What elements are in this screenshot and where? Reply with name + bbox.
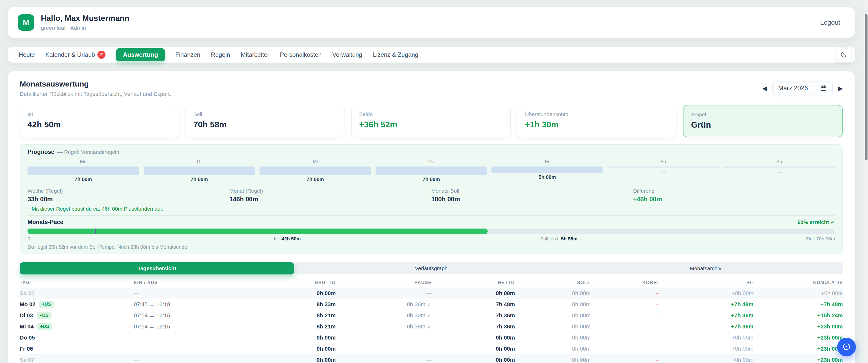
summary-label: Differenz bbox=[633, 188, 835, 194]
cell-soll: 0h 00m bbox=[515, 301, 591, 308]
nav-tab-label: Personalkosten bbox=[280, 51, 321, 58]
nav-tab[interactable]: Heute bbox=[19, 51, 35, 58]
view-tab[interactable]: Monatsarchiv bbox=[568, 262, 843, 274]
month-value: März 2026 bbox=[778, 85, 808, 92]
chat-button[interactable] bbox=[837, 338, 856, 357]
table-row[interactable]: Mo 02 +ÜS 07:45 → 16:18 8h 33m 0h 36m ✓ … bbox=[20, 299, 843, 310]
cell-brutto: 0h 00m bbox=[260, 334, 336, 341]
cell-netto: 0h 00m bbox=[432, 334, 515, 341]
page-title: Monatsauswertung bbox=[20, 80, 171, 88]
cell-einaus: 07:54 → 16:15 bbox=[134, 312, 260, 319]
prognose-rule: — Regel: Vorstandsregeln bbox=[57, 149, 119, 155]
forecast-day-bar bbox=[28, 166, 139, 175]
cell-einaus: — bbox=[134, 334, 260, 341]
forecast-day-value: 5h 00m bbox=[491, 174, 603, 180]
forecast-day-value: 7h 00m bbox=[144, 176, 255, 183]
table-row[interactable]: Fr 06 — 0h 00m — 0h 00m 0h 00m – +0h 00m… bbox=[20, 343, 843, 354]
forecast-day-column: So — bbox=[723, 159, 835, 175]
nav-tab[interactable]: Verwaltung bbox=[332, 51, 362, 58]
nav-tab[interactable]: Kalender & Urlaub 2 bbox=[45, 51, 105, 59]
logout-button[interactable]: Logout bbox=[820, 19, 840, 27]
cell-kumulativ: +7h 48m bbox=[753, 301, 843, 308]
cell-korr: – bbox=[591, 301, 659, 308]
nav-tab[interactable]: Mitarbeiter bbox=[241, 51, 269, 58]
forecast-day-bar bbox=[259, 166, 371, 175]
nav-tab[interactable]: Auswertung bbox=[116, 48, 165, 61]
prognose-title: Prognose bbox=[28, 148, 54, 155]
nav-tab[interactable]: Lizenz & Zugang bbox=[373, 51, 418, 58]
stat-value: +1h 30m bbox=[525, 120, 669, 129]
day-label: Do 05 bbox=[20, 334, 35, 341]
cell-pause: — bbox=[336, 290, 432, 297]
cell-pause: 0h 38m ✓ bbox=[336, 323, 432, 330]
nav-tab-label: Auswertung bbox=[123, 51, 158, 58]
pace-note: Du liegst 36h 52m vor dem Soll-Tempo. No… bbox=[28, 244, 835, 250]
forecast-day-column: Di 7h 00m bbox=[144, 159, 255, 183]
column-header: SOLL bbox=[515, 280, 591, 285]
forecast-day-bar bbox=[723, 166, 835, 168]
cell-brutto: 8h 33m bbox=[260, 301, 336, 308]
cell-plusminus: +7h 36m bbox=[659, 312, 753, 319]
forecast-day-value: — bbox=[723, 169, 835, 175]
forecast-day-label: Do bbox=[376, 159, 487, 164]
rule-hint: ↑ Mit dieser Regel baust du ca. 46h 00m … bbox=[28, 206, 835, 212]
forecast-day-column: Do 7h 00m bbox=[376, 159, 487, 183]
nav-tab[interactable]: Regeln bbox=[211, 51, 230, 58]
cell-soll: 0h 00m bbox=[515, 357, 591, 363]
kpi-cards: Ist 42h 50m Soll 70h 58m Saldo +36h 52m … bbox=[20, 105, 843, 137]
nav-tab[interactable]: Personalkosten bbox=[280, 51, 321, 58]
pace-soll-label: Soll jetzt: 5h 58m bbox=[540, 236, 578, 242]
cell-netto: 7h 36m bbox=[432, 312, 515, 319]
cell-brutto: 8h 21m bbox=[260, 323, 336, 330]
pace-ziel-label: Ziel: 70h 58m bbox=[806, 236, 835, 242]
scrollbar-track[interactable] bbox=[864, 0, 868, 363]
forecast-day-label: Fr bbox=[491, 159, 603, 164]
month-input[interactable]: März 2026 bbox=[772, 81, 833, 95]
ueberstunden-badge: +ÜS bbox=[39, 301, 54, 308]
cell-plusminus: +0h 00m bbox=[659, 290, 753, 297]
stat-label: Ampel bbox=[691, 111, 835, 118]
weekday-forecast-chart: Mo 7h 00m Di 7h 00m Mi 7h 00m Do bbox=[28, 159, 835, 183]
prev-month-button[interactable]: ◀ bbox=[762, 85, 767, 92]
day-label: Fr 06 bbox=[20, 345, 33, 352]
nav-tab-label: Finanzen bbox=[176, 51, 200, 58]
rule-summary: Woche (Regel) 33h 00m Monat (Regel) 146h… bbox=[28, 188, 835, 203]
greeting-text: Hallo, Max Mustermann bbox=[41, 14, 129, 23]
table-row[interactable]: Do 05 — 0h 00m — 0h 00m 0h 00m – +0h 00m… bbox=[20, 332, 843, 343]
cell-korr: – bbox=[591, 290, 659, 297]
stat-value: 70h 58m bbox=[193, 120, 337, 129]
summary-item: Woche (Regel) 33h 00m bbox=[28, 188, 229, 203]
view-tab[interactable]: Tagesübersicht bbox=[20, 262, 294, 274]
summary-value: 100h 00m bbox=[431, 196, 633, 203]
cell-brutto: 8h 21m bbox=[260, 312, 336, 319]
scrollbar-thumb[interactable] bbox=[865, 14, 868, 160]
table-row[interactable]: Mi 04 +ÜS 07:54 → 16:15 8h 21m 0h 38m ✓ … bbox=[20, 321, 843, 332]
view-tab[interactable]: Verlaufsgraph bbox=[294, 262, 568, 274]
table-row[interactable]: So 01 — 0h 00m — 0h 00m 0h 00m – +0h 00m… bbox=[20, 288, 843, 299]
table-row[interactable]: Di 03 +ÜS 07:54 → 16:15 8h 21m 0h 33m ✓ … bbox=[20, 310, 843, 321]
forecast-day-label: Mo bbox=[28, 159, 139, 164]
summary-label: Monats-Soll bbox=[431, 188, 633, 194]
cell-brutto: 0h 00m bbox=[260, 345, 336, 352]
summary-value: 33h 00m bbox=[28, 196, 229, 203]
nav-tab[interactable]: Finanzen bbox=[176, 51, 200, 58]
nav-tab-label: Heute bbox=[19, 51, 35, 58]
cell-kumulativ: +23h 00m bbox=[753, 323, 843, 330]
stat-card: Ampel Grün bbox=[683, 105, 843, 137]
column-header: BRUTTO bbox=[260, 280, 336, 285]
cell-einaus: — bbox=[134, 357, 260, 363]
next-month-button[interactable]: ▶ bbox=[838, 85, 843, 92]
main-panel: Monatsauswertung Detaillierter Rückblick… bbox=[7, 71, 855, 363]
forecast-day-value: 7h 00m bbox=[376, 176, 487, 183]
dark-mode-toggle[interactable] bbox=[836, 47, 851, 62]
identity-block: Hallo, Max Mustermann green leaf · Admin bbox=[41, 14, 129, 31]
table-row[interactable]: Sa 07 — 0h 00m — 0h 00m 0h 00m – +0h 00m… bbox=[20, 354, 843, 363]
summary-item: Monats-Soll 100h 00m bbox=[431, 188, 633, 203]
calendar-icon[interactable] bbox=[820, 85, 827, 92]
app-root: M Hallo, Max Mustermann green leaf · Adm… bbox=[0, 0, 868, 363]
pace-title: Monats-Pace bbox=[28, 219, 63, 226]
stat-label: Saldo bbox=[359, 111, 503, 117]
cell-plusminus: +0h 00m bbox=[659, 357, 753, 363]
forecast-day-column: Mo 7h 00m bbox=[28, 159, 139, 183]
month-navigator: ◀ März 2026 ▶ bbox=[762, 81, 843, 95]
